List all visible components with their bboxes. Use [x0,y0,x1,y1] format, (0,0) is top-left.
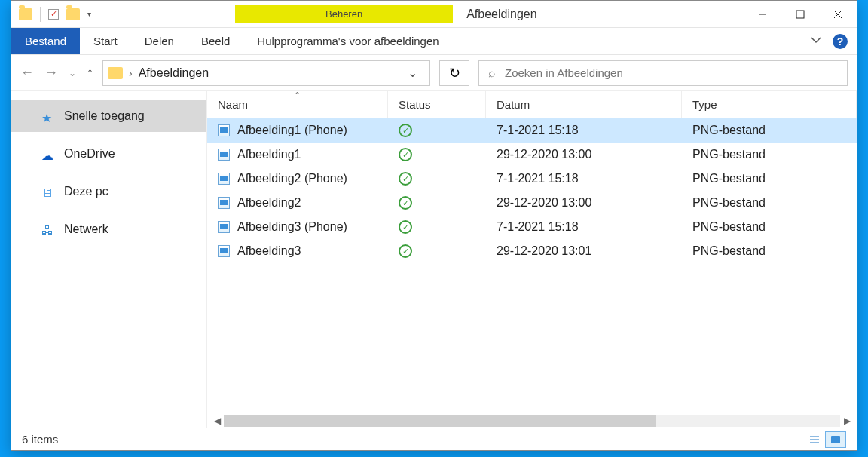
scroll-thumb[interactable] [224,415,656,427]
file-name: Afbeelding3 [237,244,301,258]
scroll-track[interactable] [224,415,840,427]
window-controls [744,1,857,27]
contextual-tab-label: Beheren [235,5,453,23]
file-type: PNG-bestand [692,196,766,210]
minimize-button[interactable] [744,1,781,27]
sidebar-item-label: Snelle toegang [64,109,145,123]
file-date: 29-12-2020 13:01 [497,244,591,258]
folder-icon [108,67,123,79]
file-name: Afbeelding1 [237,148,301,161]
search-input[interactable] [505,66,838,79]
image-file-icon [218,197,230,209]
file-date: 7-1-2021 15:18 [497,172,579,186]
refresh-button[interactable]: ↻ [439,60,469,86]
file-type: PNG-bestand [692,148,766,161]
up-button[interactable]: ↑ [87,65,93,81]
address-dropdown-icon[interactable]: ⌄ [400,66,425,80]
thumbnails-view-button[interactable] [825,431,846,448]
sidebar-item-label: Netwerk [64,222,108,236]
column-label: Datum [497,98,530,111]
file-name: Afbeelding1 (Phone) [237,124,347,137]
computer-icon: 🖥 [41,186,55,197]
sync-ok-icon: ✓ [399,172,412,186]
tab-file[interactable]: Bestand [11,28,80,54]
forward-button[interactable]: → [44,65,58,81]
column-status[interactable]: Status [388,91,486,118]
column-date[interactable]: Datum [486,91,682,118]
file-rows: Afbeelding1 (Phone)✓7-1-2021 15:18PNG-be… [207,118,857,413]
column-headers: ⌃ Naam Status Datum Type [207,91,857,118]
nav-buttons: ← → ⌄ ↑ [20,65,93,81]
details-view-button[interactable] [804,431,825,448]
help-icon[interactable]: ? [833,34,848,49]
tab-view[interactable]: Beeld [188,28,243,54]
sync-ok-icon: ✓ [399,196,412,210]
file-list-pane: ⌃ Naam Status Datum Type Afbeelding1 (Ph… [207,91,857,428]
sync-ok-icon: ✓ [399,244,412,258]
file-name: Afbeelding2 (Phone) [237,172,347,186]
svg-rect-1 [796,11,804,18]
image-file-icon [218,149,230,161]
image-file-icon [218,245,230,257]
ribbon-tabs: Bestand Start Delen Beeld Hulpprogramma'… [11,28,857,55]
ribbon-collapse-icon[interactable] [810,34,822,48]
qat-dropdown-icon[interactable]: ▾ [87,10,91,18]
chevron-right-icon[interactable]: › [129,67,133,79]
table-row[interactable]: Afbeelding3✓29-12-2020 13:01PNG-bestand [207,239,857,263]
status-bar: 6 items [11,428,857,450]
file-date: 7-1-2021 15:18 [497,220,579,234]
tab-start[interactable]: Start [80,28,131,54]
table-row[interactable]: Afbeelding3 (Phone)✓7-1-2021 15:18PNG-be… [207,215,857,239]
address-bar[interactable]: › Afbeeldingen ⌄ [102,60,430,86]
file-type: PNG-bestand [692,172,766,186]
separator [40,7,41,22]
explorer-window: ✓ ▾ Beheren Afbeeldingen Bestand Start D… [11,0,857,451]
title-bar: ✓ ▾ Beheren Afbeeldingen [11,1,857,28]
navigation-bar: ← → ⌄ ↑ › Afbeeldingen ⌄ ↻ ⌕ [11,55,857,91]
file-type: PNG-bestand [692,244,766,258]
network-icon: 🖧 [41,224,55,235]
image-file-icon [218,173,230,185]
file-type: PNG-bestand [692,220,766,234]
scroll-right-icon[interactable]: ▶ [840,416,854,426]
close-button[interactable] [819,1,857,27]
search-box[interactable]: ⌕ [478,60,848,86]
new-folder-icon[interactable] [66,8,80,20]
image-file-icon [218,221,230,233]
recent-locations-icon[interactable]: ⌄ [69,68,76,78]
folder-icon [19,8,32,20]
table-row[interactable]: Afbeelding1✓29-12-2020 13:00PNG-bestand [207,143,857,167]
item-count: 6 items [22,433,58,446]
navigation-pane: ★ Snelle toegang ☁ OneDrive 🖥 Deze pc 🖧 … [11,91,207,428]
sidebar-item-network[interactable]: 🖧 Netwerk [11,213,206,245]
sidebar-item-this-pc[interactable]: 🖥 Deze pc [11,176,206,207]
tab-picture-tools[interactable]: Hulpprogramma's voor afbeeldingen [243,28,452,54]
sidebar-item-quick-access[interactable]: ★ Snelle toegang [11,100,206,132]
quick-access-toolbar: ✓ ▾ [11,1,99,27]
maximize-button[interactable] [781,1,819,27]
sort-indicator-icon: ⌃ [294,90,301,100]
cloud-icon: ☁ [41,149,55,159]
search-icon: ⌕ [488,66,496,80]
svg-rect-7 [831,436,840,443]
separator [99,7,99,22]
column-type[interactable]: Type [682,91,857,118]
column-label: Type [692,98,717,111]
sync-ok-icon: ✓ [399,220,412,234]
back-button[interactable]: ← [20,65,34,81]
table-row[interactable]: Afbeelding1 (Phone)✓7-1-2021 15:18PNG-be… [207,118,857,143]
view-mode-buttons [804,431,846,448]
properties-icon[interactable]: ✓ [48,9,59,20]
column-name[interactable]: ⌃ Naam [207,91,388,118]
horizontal-scrollbar[interactable]: ◀ ▶ [207,413,857,428]
breadcrumb[interactable]: Afbeeldingen [139,66,209,80]
table-row[interactable]: Afbeelding2✓29-12-2020 13:00PNG-bestand [207,191,857,215]
image-file-icon [218,124,230,136]
tab-share[interactable]: Delen [131,28,188,54]
scroll-left-icon[interactable]: ◀ [210,416,224,426]
file-type: PNG-bestand [692,124,766,137]
star-icon: ★ [41,111,55,121]
sidebar-item-onedrive[interactable]: ☁ OneDrive [11,138,206,170]
file-date: 7-1-2021 15:18 [497,124,579,137]
table-row[interactable]: Afbeelding2 (Phone)✓7-1-2021 15:18PNG-be… [207,167,857,191]
